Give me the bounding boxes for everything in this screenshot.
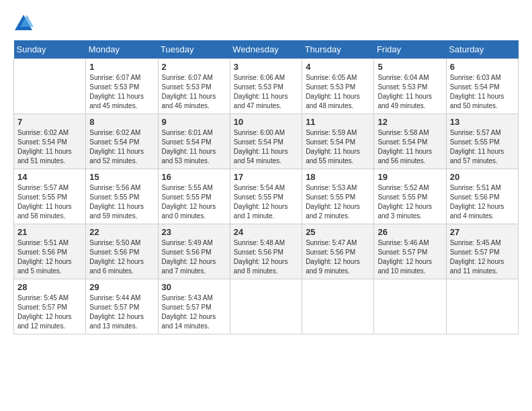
calendar-cell: 14Sunrise: 5:57 AMSunset: 5:55 PMDayligh… [14, 169, 86, 224]
calendar-cell: 18Sunrise: 5:53 AMSunset: 5:55 PMDayligh… [302, 169, 374, 224]
day-number: 5 [378, 62, 442, 72]
logo-icon [13, 13, 34, 34]
day-number: 22 [89, 227, 154, 237]
day-number: 17 [234, 172, 298, 182]
day-info: Sunrise: 5:59 AMSunset: 5:54 PMDaylight:… [306, 128, 370, 166]
col-sunday: Sunday [14, 40, 86, 59]
day-info: Sunrise: 6:05 AMSunset: 5:53 PMDaylight:… [306, 73, 370, 111]
calendar-cell: 19Sunrise: 5:52 AMSunset: 5:55 PMDayligh… [374, 169, 446, 224]
day-info: Sunrise: 6:07 AMSunset: 5:53 PMDaylight:… [162, 73, 226, 111]
day-info: Sunrise: 5:48 AMSunset: 5:56 PMDaylight:… [234, 238, 298, 276]
day-number: 19 [378, 172, 442, 182]
calendar-week-row: 7Sunrise: 6:02 AMSunset: 5:54 PMDaylight… [14, 114, 519, 169]
calendar-cell: 16Sunrise: 5:55 AMSunset: 5:55 PMDayligh… [158, 169, 230, 224]
calendar-cell: 7Sunrise: 6:02 AMSunset: 5:54 PMDaylight… [14, 114, 86, 169]
calendar-week-row: 14Sunrise: 5:57 AMSunset: 5:55 PMDayligh… [14, 169, 519, 224]
calendar-cell: 30Sunrise: 5:43 AMSunset: 5:57 PMDayligh… [158, 279, 230, 334]
calendar-body: 1Sunrise: 6:07 AMSunset: 5:53 PMDaylight… [14, 59, 519, 334]
calendar-cell: 25Sunrise: 5:47 AMSunset: 5:56 PMDayligh… [302, 224, 374, 279]
day-number: 26 [378, 227, 442, 237]
day-number: 20 [450, 172, 515, 182]
calendar-cell: 29Sunrise: 5:44 AMSunset: 5:57 PMDayligh… [86, 279, 158, 334]
day-info: Sunrise: 6:02 AMSunset: 5:54 PMDaylight:… [89, 128, 154, 166]
col-tuesday: Tuesday [158, 40, 230, 59]
calendar-cell: 27Sunrise: 5:45 AMSunset: 5:57 PMDayligh… [446, 224, 518, 279]
day-number: 1 [89, 62, 154, 72]
day-number: 10 [234, 117, 298, 127]
day-number: 30 [162, 282, 226, 292]
calendar-cell: 17Sunrise: 5:54 AMSunset: 5:55 PMDayligh… [230, 169, 302, 224]
day-number: 29 [89, 282, 154, 292]
calendar-cell: 4Sunrise: 6:05 AMSunset: 5:53 PMDaylight… [302, 59, 374, 114]
day-number: 18 [306, 172, 370, 182]
logo [13, 13, 36, 34]
calendar-cell: 15Sunrise: 5:56 AMSunset: 5:55 PMDayligh… [86, 169, 158, 224]
day-number: 25 [306, 227, 370, 237]
day-info: Sunrise: 6:03 AMSunset: 5:54 PMDaylight:… [450, 73, 515, 111]
day-info: Sunrise: 5:44 AMSunset: 5:57 PMDaylight:… [89, 293, 154, 331]
col-thursday: Thursday [302, 40, 374, 59]
day-info: Sunrise: 5:51 AMSunset: 5:56 PMDaylight:… [17, 238, 82, 276]
calendar-cell: 1Sunrise: 6:07 AMSunset: 5:53 PMDaylight… [86, 59, 158, 114]
calendar-cell: 3Sunrise: 6:06 AMSunset: 5:53 PMDaylight… [230, 59, 302, 114]
calendar-table: Sunday Monday Tuesday Wednesday Thursday… [13, 40, 519, 334]
day-number: 23 [162, 227, 226, 237]
day-number: 12 [378, 117, 442, 127]
calendar-cell: 8Sunrise: 6:02 AMSunset: 5:54 PMDaylight… [86, 114, 158, 169]
day-number: 13 [450, 117, 515, 127]
day-info: Sunrise: 6:00 AMSunset: 5:54 PMDaylight:… [234, 128, 298, 166]
day-info: Sunrise: 5:47 AMSunset: 5:56 PMDaylight:… [306, 238, 370, 276]
day-info: Sunrise: 5:43 AMSunset: 5:57 PMDaylight:… [162, 293, 226, 331]
calendar-header-row: Sunday Monday Tuesday Wednesday Thursday… [14, 40, 519, 59]
day-number: 4 [306, 62, 370, 72]
calendar-week-row: 21Sunrise: 5:51 AMSunset: 5:56 PMDayligh… [14, 224, 519, 279]
col-friday: Friday [374, 40, 446, 59]
day-info: Sunrise: 5:45 AMSunset: 5:57 PMDaylight:… [450, 238, 515, 276]
day-number: 8 [89, 117, 154, 127]
calendar-cell [446, 279, 518, 334]
day-number: 9 [162, 117, 226, 127]
day-number: 27 [450, 227, 515, 237]
day-info: Sunrise: 5:45 AMSunset: 5:57 PMDaylight:… [17, 293, 82, 331]
day-info: Sunrise: 5:51 AMSunset: 5:56 PMDaylight:… [450, 183, 515, 221]
day-number: 21 [17, 227, 82, 237]
calendar-cell: 5Sunrise: 6:04 AMSunset: 5:53 PMDaylight… [374, 59, 446, 114]
calendar-week-row: 1Sunrise: 6:07 AMSunset: 5:53 PMDaylight… [14, 59, 519, 114]
day-info: Sunrise: 5:54 AMSunset: 5:55 PMDaylight:… [234, 183, 298, 221]
day-info: Sunrise: 6:04 AMSunset: 5:53 PMDaylight:… [378, 73, 442, 111]
calendar-cell: 24Sunrise: 5:48 AMSunset: 5:56 PMDayligh… [230, 224, 302, 279]
calendar-cell: 21Sunrise: 5:51 AMSunset: 5:56 PMDayligh… [14, 224, 86, 279]
day-number: 11 [306, 117, 370, 127]
calendar-cell: 22Sunrise: 5:50 AMSunset: 5:56 PMDayligh… [86, 224, 158, 279]
day-info: Sunrise: 5:55 AMSunset: 5:55 PMDaylight:… [162, 183, 226, 221]
day-info: Sunrise: 5:56 AMSunset: 5:55 PMDaylight:… [89, 183, 154, 221]
day-info: Sunrise: 5:50 AMSunset: 5:56 PMDaylight:… [89, 238, 154, 276]
day-info: Sunrise: 6:07 AMSunset: 5:53 PMDaylight:… [89, 73, 154, 111]
day-info: Sunrise: 5:52 AMSunset: 5:55 PMDaylight:… [378, 183, 442, 221]
day-number: 24 [234, 227, 298, 237]
calendar-cell [374, 279, 446, 334]
day-number: 15 [89, 172, 154, 182]
calendar-week-row: 28Sunrise: 5:45 AMSunset: 5:57 PMDayligh… [14, 279, 519, 334]
calendar-cell: 9Sunrise: 6:01 AMSunset: 5:54 PMDaylight… [158, 114, 230, 169]
calendar-cell: 10Sunrise: 6:00 AMSunset: 5:54 PMDayligh… [230, 114, 302, 169]
day-number: 7 [17, 117, 82, 127]
day-info: Sunrise: 6:02 AMSunset: 5:54 PMDaylight:… [17, 128, 82, 166]
page-header [13, 13, 519, 34]
calendar-cell: 13Sunrise: 5:57 AMSunset: 5:55 PMDayligh… [446, 114, 518, 169]
col-wednesday: Wednesday [230, 40, 302, 59]
day-number: 16 [162, 172, 226, 182]
day-info: Sunrise: 5:57 AMSunset: 5:55 PMDaylight:… [17, 183, 82, 221]
day-info: Sunrise: 5:58 AMSunset: 5:54 PMDaylight:… [378, 128, 442, 166]
day-info: Sunrise: 6:01 AMSunset: 5:54 PMDaylight:… [162, 128, 226, 166]
calendar-cell: 23Sunrise: 5:49 AMSunset: 5:56 PMDayligh… [158, 224, 230, 279]
day-info: Sunrise: 5:53 AMSunset: 5:55 PMDaylight:… [306, 183, 370, 221]
day-info: Sunrise: 5:49 AMSunset: 5:56 PMDaylight:… [162, 238, 226, 276]
calendar-cell: 20Sunrise: 5:51 AMSunset: 5:56 PMDayligh… [446, 169, 518, 224]
col-saturday: Saturday [446, 40, 518, 59]
day-number: 6 [450, 62, 515, 72]
day-number: 28 [17, 282, 82, 292]
calendar-cell: 12Sunrise: 5:58 AMSunset: 5:54 PMDayligh… [374, 114, 446, 169]
calendar-cell: 6Sunrise: 6:03 AMSunset: 5:54 PMDaylight… [446, 59, 518, 114]
calendar-cell: 11Sunrise: 5:59 AMSunset: 5:54 PMDayligh… [302, 114, 374, 169]
